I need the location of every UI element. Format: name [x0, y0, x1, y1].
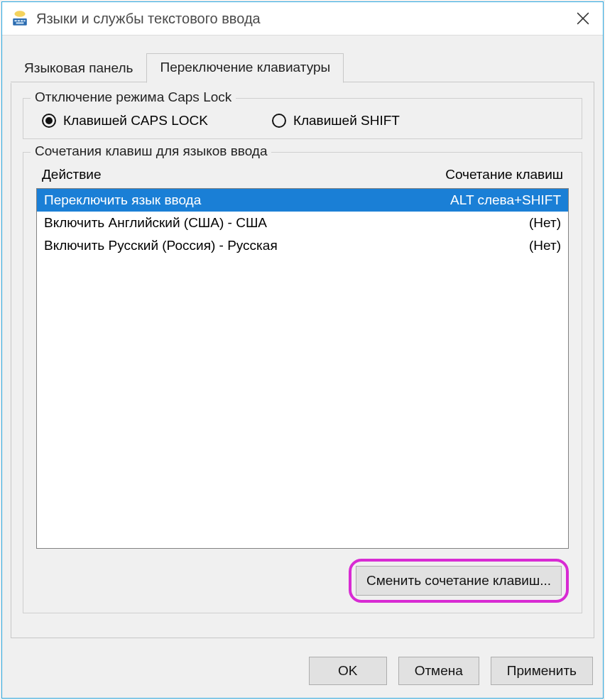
ok-button[interactable]: OK	[309, 657, 387, 685]
list-item-combo: ALT слева+SHIFT	[450, 192, 561, 208]
tab-strip: Языковая панель Переключение клавиатуры	[2, 35, 603, 82]
svg-point-0	[14, 11, 25, 17]
list-item[interactable]: Включить Английский (США) - США (Нет)	[37, 212, 568, 234]
list-item[interactable]: Переключить язык ввода ALT слева+SHIFT	[37, 189, 568, 212]
radio-label: Клавишей SHIFT	[293, 113, 400, 128]
tab-language-bar[interactable]: Языковая панель	[11, 54, 146, 83]
hotkeys-group-title: Сочетания клавиш для языков ввода	[31, 143, 271, 159]
radio-icon	[42, 114, 56, 128]
caps-lock-options: Клавишей CAPS LOCK Клавишей SHIFT	[42, 113, 569, 128]
svg-rect-4	[21, 20, 23, 21]
dialog-window: Языки и службы текстового ввода Языковая…	[1, 1, 604, 699]
client-area: Языковая панель Переключение клавиатуры …	[2, 35, 603, 698]
header-action: Действие	[42, 167, 445, 182]
svg-rect-5	[23, 20, 25, 21]
list-item-combo: (Нет)	[529, 238, 561, 253]
radio-icon	[272, 114, 286, 128]
hotkeys-list[interactable]: Переключить язык ввода ALT слева+SHIFT В…	[36, 188, 569, 549]
svg-rect-6	[16, 22, 24, 23]
close-button[interactable]	[565, 5, 601, 32]
tab-label: Переключение клавиатуры	[160, 60, 330, 75]
radio-label: Клавишей CAPS LOCK	[63, 113, 208, 128]
caps-lock-group: Отключение режима Caps Lock Клавишей CAP…	[23, 98, 582, 139]
close-icon	[577, 12, 589, 25]
window-title: Языки и службы текстового ввода	[36, 11, 565, 27]
tab-keyboard-switch[interactable]: Переключение клавиатуры	[146, 53, 344, 83]
apply-button[interactable]: Применить	[491, 657, 593, 685]
titlebar: Языки и службы текстового ввода	[2, 2, 603, 35]
svg-rect-2	[14, 20, 16, 21]
hotkeys-group: Сочетания клавиш для языков ввода Действ…	[23, 152, 582, 613]
list-item-action: Включить Русский (Россия) - Русская	[44, 238, 529, 253]
dialog-buttons: OK Отмена Применить	[2, 647, 603, 698]
below-list-row: Сменить сочетание клавиш...	[36, 559, 569, 603]
list-item[interactable]: Включить Русский (Россия) - Русская (Нет…	[37, 234, 568, 257]
svg-rect-3	[18, 20, 20, 21]
tab-label: Языковая панель	[24, 60, 133, 75]
list-item-action: Переключить язык ввода	[44, 192, 450, 208]
list-item-combo: (Нет)	[529, 215, 561, 231]
header-combo: Сочетание клавиш	[445, 167, 563, 182]
list-item-action: Включить Английский (США) - США	[44, 215, 529, 231]
caps-lock-group-title: Отключение режима Caps Lock	[31, 89, 236, 105]
list-headers: Действие Сочетание клавиш	[36, 163, 569, 188]
app-icon	[11, 9, 29, 28]
radio-caps-lock-key[interactable]: Клавишей CAPS LOCK	[42, 113, 208, 128]
change-hotkey-button[interactable]: Сменить сочетание клавиш...	[356, 566, 562, 596]
cancel-button[interactable]: Отмена	[398, 657, 479, 685]
radio-shift-key[interactable]: Клавишей SHIFT	[272, 113, 400, 128]
svg-rect-1	[13, 18, 27, 26]
highlight-annotation: Сменить сочетание клавиш...	[349, 559, 569, 603]
tab-panel: Отключение режима Caps Lock Клавишей CAP…	[11, 82, 594, 638]
